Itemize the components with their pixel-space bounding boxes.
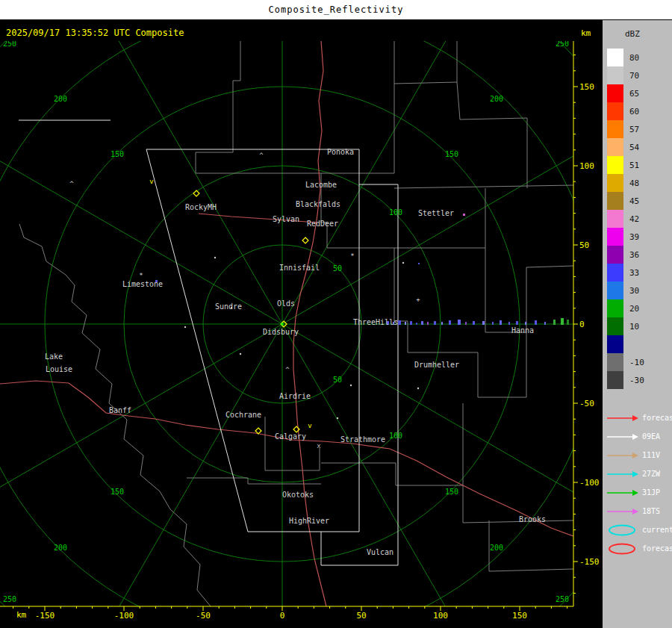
city-label: Hanna [511, 326, 534, 335]
radar-echo [418, 263, 420, 264]
range-ring-label: 250 [556, 595, 569, 603]
window-titlebar[interactable]: Composite_Reflectivity [0, 0, 672, 20]
azimuth-spoke [282, 324, 602, 522]
county-boundary [187, 478, 321, 484]
legend-item: forecast [606, 408, 672, 427]
city-label: Strathmore [340, 435, 385, 444]
radar-map[interactable]: 2025/09/17 13:35:52 UTC Composite km km … [0, 20, 602, 628]
y-axis-label: 50 [579, 240, 589, 250]
map-symbol: ^ [69, 180, 74, 187]
y-axis-label: -150 [579, 557, 600, 567]
colorbar-swatch [607, 246, 623, 264]
map-symbol: ^ [259, 152, 264, 159]
colorbar-value-label: -30 [629, 376, 644, 385]
map-dot [402, 262, 404, 264]
map-symbol: + [416, 296, 420, 303]
colorbar-value-label: 57 [629, 125, 639, 134]
colorbar-value-label: 10 [629, 322, 639, 332]
colorbar-level: 42 [607, 210, 644, 228]
colorbar-swatch [607, 84, 623, 102]
timestamp-label: 2025/09/17 13:35:52 UTC Composite [6, 28, 184, 38]
radar-echo [434, 321, 436, 325]
colorbar-value-label: 36 [629, 250, 639, 260]
radar-echo [492, 322, 494, 325]
x-axis-label: 100 [433, 611, 448, 621]
colorbar-swatch [607, 228, 623, 246]
y-axis-label: 100 [579, 161, 594, 171]
range-ring-label: 200 [490, 95, 503, 103]
legend-item-label: 111V [642, 451, 660, 459]
radar-echo [427, 322, 429, 325]
forecast-ellipse-icon [606, 543, 640, 555]
colorbar-level: 33 [607, 264, 644, 282]
colorbar-swatch [607, 66, 623, 84]
colorbar-level: 36 [607, 246, 644, 264]
map-dot [240, 353, 241, 355]
colorbar-level: 80 [607, 49, 644, 66]
legend-item-label: 09EA [642, 432, 660, 441]
city-label: Calgary [275, 432, 306, 441]
city-label: Cochrane [225, 411, 261, 419]
colorbar-level: 57 [607, 120, 644, 138]
18ts-arrow-icon [606, 506, 640, 517]
legend-item-label: current [642, 526, 672, 534]
map-dot [417, 388, 419, 389]
colorbar-swatch [607, 174, 623, 192]
legend-item-label: 31JP [642, 488, 660, 497]
map-layers: 2502001502502001501005050100150200250150… [0, 20, 602, 628]
31jp-arrow-icon [606, 487, 640, 499]
radar-echo [465, 322, 467, 325]
radar-echo [398, 320, 401, 325]
city-label: Lacombe [305, 181, 337, 189]
range-ring-label: 100 [389, 208, 402, 217]
highway-line [0, 381, 573, 536]
county-boundary [394, 188, 485, 248]
colorbar-swatch [607, 138, 623, 156]
azimuth-spoke [282, 20, 480, 324]
county-boundary [394, 185, 573, 188]
radar-echo [405, 322, 406, 325]
x-axis-label: 150 [512, 611, 527, 621]
radar-site-marker [302, 237, 308, 243]
colorbar-level: -30 [607, 371, 644, 389]
radar-echo [421, 321, 423, 325]
colorbar-value-label: 60 [629, 107, 639, 116]
city-label: Lake [45, 352, 63, 361]
colorbar-level: 20 [607, 299, 644, 317]
radar-echo [535, 320, 537, 325]
range-ring-label: 150 [111, 488, 124, 496]
y-axis-label: -50 [579, 399, 594, 408]
radar-echo [410, 321, 412, 325]
city-label: Blackfalds [296, 200, 340, 208]
radar-echo [441, 322, 443, 325]
map-symbol: * [350, 252, 354, 260]
y-axis-label: 0 [579, 320, 585, 329]
legend-item: forecast [606, 539, 672, 558]
range-ring-label: 250 [3, 40, 16, 48]
colorbar-value-label: 51 [629, 161, 639, 170]
27zw-arrow-icon [606, 468, 640, 480]
range-ring-label: 100 [389, 432, 402, 440]
city-label: RedDeer [307, 220, 338, 228]
legend-item: 18TS [606, 502, 672, 520]
colorbar-level: 70 [607, 66, 644, 84]
colorbar-levels: 80706560575451484542393633302010-10-30 [607, 49, 644, 389]
x-axis-label: -50 [196, 611, 211, 621]
radar-echo [449, 320, 451, 325]
colorbar-level: 39 [607, 228, 644, 246]
city-label: RockyMH [185, 203, 217, 211]
x-axis-label: 0 [280, 611, 285, 621]
colorbar-value-label: 48 [629, 178, 639, 188]
city-label: Drumheller [414, 361, 459, 369]
city-label: Stettler [418, 209, 454, 217]
map-symbol: v [308, 422, 311, 429]
colorbar-swatch [607, 102, 623, 120]
azimuth-spoke [84, 324, 282, 628]
y-axis-label: -100 [579, 478, 600, 488]
city-label: Innisfail [279, 264, 320, 272]
map-symbol: * [139, 272, 143, 279]
colorbar-value-label: 70 [629, 71, 639, 81]
range-ring-label: 150 [445, 488, 458, 496]
sidebar: dBZ 80706560575451484542393633302010-10-… [602, 20, 672, 628]
radar-echo [482, 321, 485, 325]
